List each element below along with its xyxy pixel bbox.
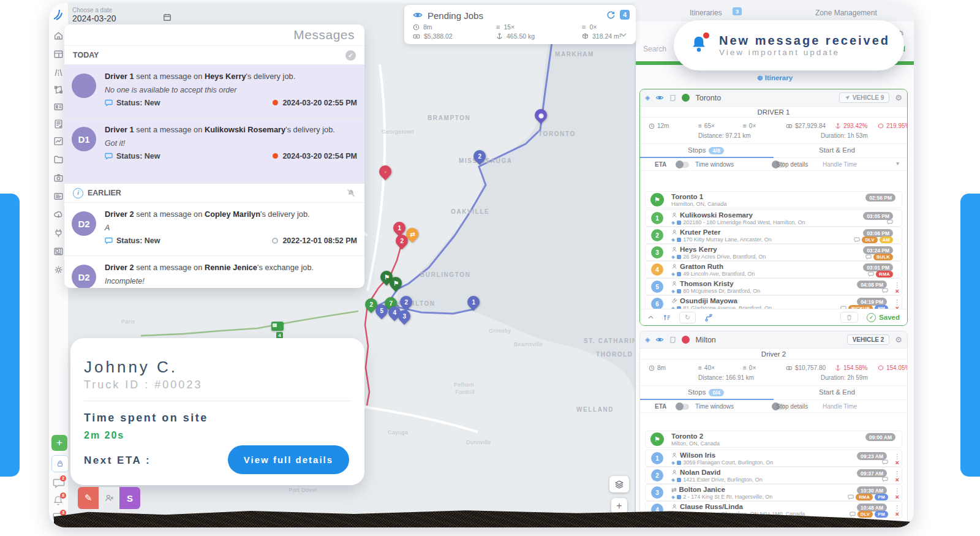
layers-icon — [615, 480, 624, 489]
message-item[interactable]: D1 Driver 1 sent a message on Kulikowski… — [64, 118, 364, 184]
refresh-icon[interactable] — [606, 11, 615, 20]
tab-stops[interactable]: Stops4/8 — [688, 146, 724, 154]
mark-read-icon[interactable]: ✓ — [345, 50, 356, 61]
stop-row[interactable]: 3 Heys Kerry ◈26 Sky Acres Drive, Brantf… — [645, 244, 902, 261]
chat-icon[interactable] — [882, 288, 888, 293]
driver-label[interactable]: Driver 2 — [640, 349, 907, 360]
calendar-icon[interactable] — [163, 13, 172, 21]
message-item[interactable]: D2 Driver 2 sent a message on Copley Mar… — [64, 203, 364, 256]
chat-icon[interactable] — [850, 511, 856, 517]
earlier-label: EARLIER — [88, 189, 121, 197]
add-itinerary-link[interactable]: ⊕ Itinerary — [636, 74, 914, 82]
card-settings-icon[interactable]: ⚙ — [895, 93, 902, 102]
chat-icon[interactable] — [882, 459, 888, 465]
sidebar-item-roads[interactable] — [53, 67, 64, 78]
visibility-icon[interactable] — [413, 11, 423, 19]
sidebar-item-cloud-import[interactable] — [53, 209, 64, 220]
sidebar-item-orders[interactable] — [53, 119, 64, 129]
next-eta-label: Next ETA : — [84, 455, 151, 467]
edit-route-button[interactable]: ✎ — [78, 487, 99, 509]
unassign-driver-button[interactable] — [99, 487, 119, 509]
note-icon[interactable] — [669, 336, 676, 344]
locate-icon[interactable]: ◈ — [645, 336, 650, 344]
locate-icon[interactable]: ◈ — [645, 94, 650, 102]
route-start-row[interactable]: ⚑ Toronto 2 Milton, ON, Canada 09:00 AM — [645, 431, 902, 448]
notification-toast[interactable]: New message received View important upda… — [674, 20, 904, 70]
stop-row[interactable]: 1 Wilson Iris ◈3059 Flanagan Court, Burl… — [645, 450, 902, 467]
chat-icon[interactable] — [868, 271, 874, 277]
handle-time-select[interactable]: Handle Time — [823, 161, 857, 168]
map-layers-button[interactable] — [609, 476, 629, 493]
remove-stop-icon[interactable]: × — [895, 459, 899, 466]
route-mode-button[interactable]: S — [119, 487, 140, 509]
sidebar-item-files[interactable] — [53, 154, 64, 165]
alerts-shortcut[interactable]: 8 — [53, 495, 64, 508]
handle-time-select[interactable]: Handle Time — [823, 403, 857, 410]
stop-row[interactable]: 5 Thomson Kristy ◈80 Mcguiness Dr, Brant… — [645, 278, 902, 295]
card-settings-icon[interactable]: ⚙ — [895, 335, 902, 344]
messages-section-today[interactable]: TODAY ✓ — [64, 46, 364, 65]
view-full-details-button[interactable]: View full details — [228, 445, 349, 474]
visibility-icon[interactable] — [655, 336, 664, 343]
sidebar-item-home[interactable] — [53, 31, 64, 41]
sidebar-item-integrations[interactable] — [53, 228, 64, 238]
add-button[interactable]: + — [51, 435, 67, 451]
message-body: Incomplete! — [105, 277, 357, 285]
date-picker[interactable]: Choose a date 2024-03-20 — [72, 7, 176, 23]
eta-pill: 02:56 PM — [865, 194, 895, 202]
sidebar-item-settings[interactable] — [53, 265, 64, 275]
stop-row[interactable]: 2 Nolan David ◈1421 Ester Drive, Burling… — [645, 467, 902, 484]
route-shape-icon[interactable] — [704, 314, 713, 322]
chat-icon[interactable] — [882, 477, 888, 482]
time-windows-toggle[interactable] — [676, 404, 689, 410]
sidebar-item-reports[interactable] — [53, 246, 64, 257]
stop-row[interactable]: 2 Kruter Peter ◈170 Kitty Murray Lane, A… — [645, 227, 902, 244]
chevron-down-icon[interactable] — [620, 32, 627, 38]
chat-icon[interactable] — [854, 237, 860, 243]
stop-row[interactable]: 4 Gratton Ruth ◈49 Lincoln Ave, Brantfor… — [645, 261, 902, 278]
pending-jobs-panel: Pending Jobs 4 8m $5,388.02 ≡15× 465.50 … — [404, 5, 636, 44]
route-start-row[interactable]: ⚑ Toronto 1 Hamilton, ON, Canada 02:56 P… — [645, 191, 902, 208]
collapse-icon[interactable] — [647, 315, 654, 320]
driver-label[interactable]: DRIVER 1 — [640, 107, 907, 118]
delete-itinerary-button[interactable] — [840, 312, 858, 323]
stop-name: Wilson Iris — [680, 451, 715, 459]
lock-button[interactable] — [51, 455, 69, 472]
sidebar-item-contacts[interactable] — [53, 102, 64, 112]
tab-start-end[interactable]: Start & End — [819, 388, 855, 396]
tab-start-end[interactable]: Start & End — [819, 146, 855, 154]
messages-shortcut[interactable]: 2 — [53, 478, 65, 491]
note-icon[interactable] — [669, 94, 676, 102]
reoptimize-button[interactable]: ↻ — [679, 312, 696, 323]
remove-stop-icon[interactable]: × — [895, 494, 899, 500]
message-item[interactable]: D2 Driver 2 sent a message on Rennie Jen… — [64, 256, 364, 288]
truck-marker[interactable] — [271, 322, 284, 331]
map-zoom-in-button[interactable]: + — [611, 498, 627, 514]
time-windows-toggle[interactable] — [676, 162, 689, 168]
sidebar-item-analytics[interactable] — [53, 136, 64, 146]
mute-notifications-icon[interactable] — [346, 189, 356, 197]
chat-icon[interactable] — [848, 494, 854, 500]
remove-stop-icon[interactable]: × — [895, 477, 899, 483]
stop-row[interactable]: 3 ⇄Bolton Janice ◈2 - 174 King St E Rr, … — [645, 484, 902, 501]
message-item[interactable]: Driver 1 Driver 1 sent a message on Heys… — [64, 65, 364, 118]
remove-stop-icon[interactable]: × — [895, 288, 899, 295]
search-input[interactable]: Search — [643, 45, 666, 53]
stop-row[interactable]: 1 Kulikowski Rosemary ◈202180 - 180 Lime… — [645, 209, 902, 227]
chat-icon[interactable] — [865, 254, 872, 260]
visibility-icon[interactable] — [655, 94, 664, 101]
chat-icon[interactable] — [887, 219, 893, 225]
remove-stop-icon[interactable]: × — [895, 511, 899, 518]
saved-status: ✓Saved — [867, 313, 900, 322]
tab-stops[interactable]: Stops0/4 — [688, 388, 724, 396]
sidebar-item-billing[interactable] — [53, 191, 64, 202]
tab-zone-management[interactable]: Zone Management — [815, 9, 877, 17]
sidebar-item-zones[interactable] — [53, 85, 64, 95]
sidebar-item-layout[interactable] — [53, 49, 64, 59]
sort-icon[interactable] — [663, 314, 671, 322]
messages-section-earlier[interactable]: i EARLIER — [64, 184, 364, 203]
tab-itineraries[interactable]: Itineraries — [690, 9, 722, 17]
vehicle-button[interactable]: VEHICLE 2 — [847, 334, 890, 345]
vehicle-button[interactable]: VEHICLE 9 — [839, 92, 890, 103]
sidebar-item-camera[interactable] — [53, 173, 64, 183]
